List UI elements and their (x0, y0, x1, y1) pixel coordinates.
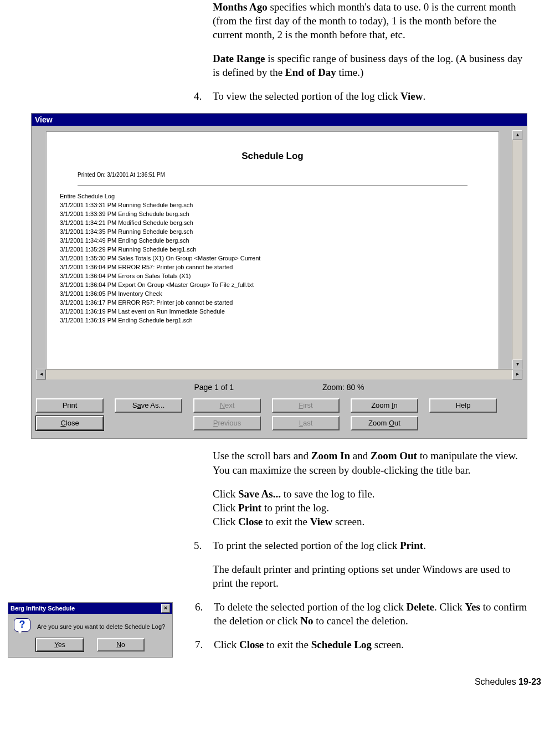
view-window: View Schedule Log Printed On: 3/1/2001 A… (31, 113, 527, 439)
print-button[interactable]: Print (36, 398, 104, 413)
months-ago-para: Months Ago specifies which month's data … (213, 0, 526, 42)
scroll-right-icon[interactable]: ▸ (512, 370, 522, 379)
step-6-number: 6. (195, 600, 214, 628)
step-7: 7. Click Close to exit the Schedule Log … (195, 638, 527, 651)
page-footer: Schedules 19-23 (0, 661, 560, 692)
confirm-message: Are you sure you want to delete Schedule… (37, 623, 165, 630)
view-title-text: View (35, 115, 53, 124)
log-line: 3/1/2001 1:33:39 PM Ending Schedule berg… (60, 209, 499, 218)
step-5-subtext: The default printer and printing options… (213, 562, 526, 590)
log-line: 3/1/2001 1:36:19 PM Ending Schedule berg… (60, 316, 499, 325)
scroll-down-icon[interactable]: ▾ (512, 360, 522, 370)
log-line: 3/1/2001 1:36:04 PM Export On Group <Mas… (60, 280, 499, 289)
step-5-number: 5. (194, 538, 213, 590)
next-button[interactable]: Next (193, 398, 261, 413)
yes-button[interactable]: Yes (36, 638, 84, 651)
log-line: 3/1/2001 1:36:05 PM Inventory Check (60, 289, 499, 298)
step-4-number: 4. (194, 89, 213, 103)
entire-log-label: Entire Schedule Log (60, 193, 499, 199)
horizontal-scrollbar[interactable]: ◂ ▸ (36, 369, 522, 379)
date-range-label: Date Range (213, 53, 265, 64)
page-indicator: Page 1 of 1 (194, 383, 234, 392)
view-status-row: Page 1 of 1 Zoom: 80 % (36, 383, 522, 392)
close-icon[interactable]: × (161, 604, 170, 613)
zoom-out-button[interactable]: Zoom Out (351, 416, 418, 430)
zoom-indicator: Zoom: 80 % (322, 383, 364, 392)
scroll-zoom-para: Use the scroll bars and Zoom In and Zoom… (213, 449, 526, 476)
document-viewport: Schedule Log Printed On: 3/1/2001 At 1:3… (36, 130, 522, 379)
end-of-day-label: End of Day (285, 66, 336, 78)
log-line: 3/1/2001 1:36:17 PM ERROR R57: Printer j… (60, 298, 499, 307)
view-titlebar[interactable]: View (32, 114, 527, 126)
confirm-dialog: Berg Infinity Schedule × ? Are you sure … (8, 602, 173, 658)
close-button[interactable]: Close (36, 416, 104, 430)
vertical-scrollbar[interactable]: ▴ ▾ (512, 130, 522, 370)
scroll-left-icon[interactable]: ◂ (36, 370, 46, 379)
saveas-print-close-para: Click Save As... to save the log to file… (213, 487, 526, 529)
no-button[interactable]: No (97, 638, 145, 651)
footer-page-number: 19-23 (518, 677, 541, 686)
step-5: 5. To print the selected portion of the … (194, 538, 526, 590)
log-line: 3/1/2001 1:34:21 PM Modified Schedule be… (60, 218, 499, 227)
save-as-button[interactable]: Save As... (115, 398, 182, 413)
confirm-title-text: Berg Infinity Schedule (11, 605, 75, 612)
log-line: 3/1/2001 1:36:04 PM ERROR R57: Printer j… (60, 263, 499, 271)
confirm-titlebar[interactable]: Berg Infinity Schedule × (8, 603, 172, 614)
log-line: 3/1/2001 1:33:31 PM Running Schedule ber… (60, 201, 499, 209)
step-4: 4. To view the selected portion of the l… (194, 89, 526, 103)
log-line: 3/1/2001 1:36:04 PM Errors on Sales Tota… (60, 271, 499, 280)
document-title: Schedule Log (47, 151, 499, 162)
first-button[interactable]: First (272, 398, 340, 413)
question-icon: ? (14, 618, 30, 635)
zoom-in-button[interactable]: Zoom In (351, 398, 418, 413)
help-button[interactable]: Help (429, 398, 497, 413)
log-line: 3/1/2001 1:34:49 PM Ending Schedule berg… (60, 236, 499, 245)
footer-section: Schedules (475, 677, 518, 686)
log-line: 3/1/2001 1:35:30 PM Sales Totals (X1) On… (60, 254, 499, 263)
log-line: 3/1/2001 1:34:35 PM Running Schedule ber… (60, 227, 499, 236)
log-line: 3/1/2001 1:35:29 PM Running Schedule ber… (60, 245, 499, 254)
log-line: 3/1/2001 1:36:19 PM Last event on Run Im… (60, 307, 499, 316)
scroll-up-icon[interactable]: ▴ (512, 130, 522, 140)
months-ago-label: Months Ago (213, 1, 268, 13)
document-page: Schedule Log Printed On: 3/1/2001 At 1:3… (46, 131, 499, 371)
previous-button[interactable]: Previous (193, 416, 261, 430)
step-6: 6. To delete the selected portion of the… (195, 600, 527, 628)
document-divider (78, 186, 467, 186)
last-button[interactable]: Last (272, 416, 340, 430)
step-7-number: 7. (195, 638, 214, 651)
date-range-para: Date Range is specific range of business… (213, 52, 526, 79)
printed-on-text: Printed On: 3/1/2001 At 1:36:51 PM (78, 172, 499, 178)
log-lines: 3/1/2001 1:33:31 PM Running Schedule ber… (60, 201, 499, 325)
